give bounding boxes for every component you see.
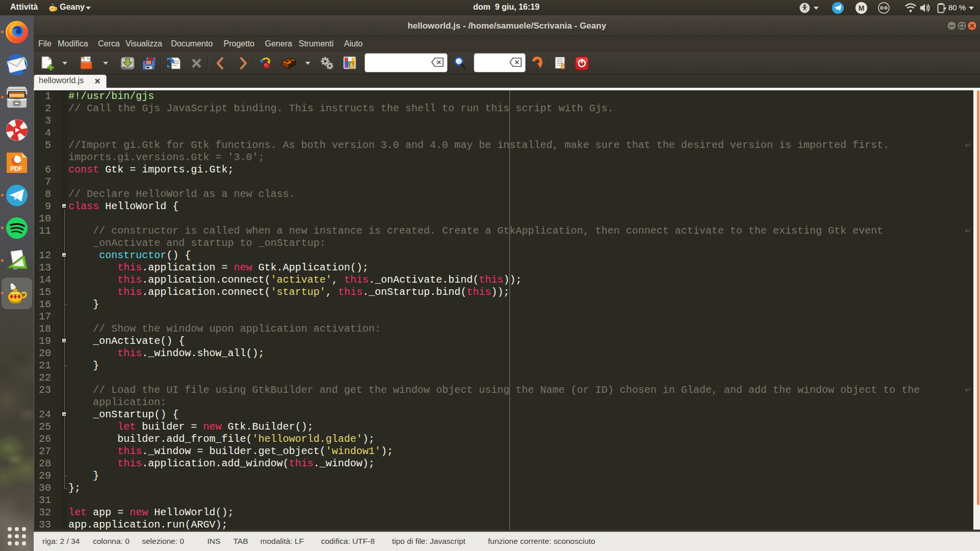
svg-text:M: M bbox=[859, 4, 865, 12]
svg-text:PDF: PDF bbox=[10, 165, 22, 172]
